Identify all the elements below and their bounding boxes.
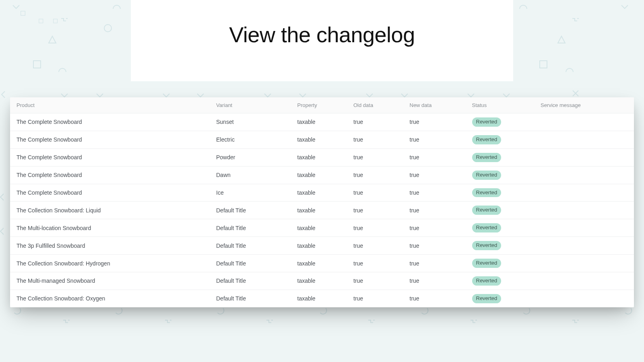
cell-status: Reverted bbox=[466, 184, 535, 202]
cell-status: Reverted bbox=[466, 166, 535, 184]
cell-product: The Complete Snowboard bbox=[10, 148, 210, 166]
cell-variant: Electric bbox=[210, 131, 291, 148]
cell-status: Reverted bbox=[466, 202, 535, 219]
changelog-table: Product Variant Property Old data New da… bbox=[10, 97, 634, 307]
cell-variant: Sunset bbox=[210, 113, 291, 131]
cell-old-data: true bbox=[347, 272, 403, 290]
cell-service-message bbox=[534, 113, 634, 131]
status-badge: Reverted bbox=[472, 153, 502, 162]
cell-variant: Default Title bbox=[210, 202, 291, 219]
cell-status: Reverted bbox=[466, 148, 535, 166]
cell-new-data: true bbox=[403, 219, 466, 237]
cell-new-data: true bbox=[403, 255, 466, 272]
cell-old-data: true bbox=[347, 131, 403, 148]
cell-new-data: true bbox=[403, 184, 466, 202]
table-header-row: Product Variant Property Old data New da… bbox=[10, 97, 634, 113]
status-badge: Reverted bbox=[472, 259, 502, 268]
cell-product: The 3p Fulfilled Snowboard bbox=[10, 237, 210, 255]
cell-variant: Default Title bbox=[210, 290, 291, 307]
status-badge: Reverted bbox=[472, 241, 502, 250]
cell-property: taxable bbox=[291, 255, 347, 272]
cell-old-data: true bbox=[347, 219, 403, 237]
col-header-property: Property bbox=[291, 97, 347, 113]
cell-new-data: true bbox=[403, 272, 466, 290]
cell-old-data: true bbox=[347, 184, 403, 202]
table-row[interactable]: The Complete SnowboardPowdertaxabletruet… bbox=[10, 148, 634, 166]
cell-service-message bbox=[534, 290, 634, 307]
cell-service-message bbox=[534, 166, 634, 184]
table-row[interactable]: The Complete SnowboardIcetaxabletruetrue… bbox=[10, 184, 634, 202]
col-header-status: Status bbox=[466, 97, 535, 113]
cell-property: taxable bbox=[291, 237, 347, 255]
cell-status: Reverted bbox=[466, 131, 535, 148]
cell-variant: Ice bbox=[210, 184, 291, 202]
cell-status: Reverted bbox=[466, 237, 535, 255]
cell-property: taxable bbox=[291, 113, 347, 131]
table-row[interactable]: The Collection Snowboard: OxygenDefault … bbox=[10, 290, 634, 307]
cell-status: Reverted bbox=[466, 113, 535, 131]
cell-new-data: true bbox=[403, 113, 466, 131]
cell-status: Reverted bbox=[466, 272, 535, 290]
cell-new-data: true bbox=[403, 131, 466, 148]
cell-new-data: true bbox=[403, 202, 466, 219]
cell-variant: Dawn bbox=[210, 166, 291, 184]
cell-property: taxable bbox=[291, 131, 347, 148]
changelog-table-card: Product Variant Property Old data New da… bbox=[10, 97, 634, 307]
cell-service-message bbox=[534, 255, 634, 272]
cell-service-message bbox=[534, 237, 634, 255]
status-badge: Reverted bbox=[472, 294, 502, 303]
cell-product: The Complete Snowboard bbox=[10, 131, 210, 148]
table-row[interactable]: The Complete SnowboardElectrictaxabletru… bbox=[10, 131, 634, 148]
status-badge: Reverted bbox=[472, 223, 502, 232]
cell-old-data: true bbox=[347, 148, 403, 166]
table-row[interactable]: The Multi-location SnowboardDefault Titl… bbox=[10, 219, 634, 237]
cell-variant: Powder bbox=[210, 148, 291, 166]
cell-status: Reverted bbox=[466, 219, 535, 237]
cell-service-message bbox=[534, 202, 634, 219]
table-row[interactable]: The Complete SnowboardDawntaxabletruetru… bbox=[10, 166, 634, 184]
cell-property: taxable bbox=[291, 184, 347, 202]
cell-new-data: true bbox=[403, 148, 466, 166]
cell-new-data: true bbox=[403, 237, 466, 255]
cell-service-message bbox=[534, 148, 634, 166]
col-header-old-data: Old data bbox=[347, 97, 403, 113]
cell-old-data: true bbox=[347, 113, 403, 131]
cell-old-data: true bbox=[347, 202, 403, 219]
cell-variant: Default Title bbox=[210, 219, 291, 237]
table-row[interactable]: The Complete SnowboardSunsettaxabletruet… bbox=[10, 113, 634, 131]
table-row[interactable]: The Collection Snowboard: HydrogenDefaul… bbox=[10, 255, 634, 272]
cell-variant: Default Title bbox=[210, 255, 291, 272]
cell-status: Reverted bbox=[466, 255, 535, 272]
col-header-product: Product bbox=[10, 97, 210, 113]
cell-product: The Multi-location Snowboard bbox=[10, 219, 210, 237]
cell-property: taxable bbox=[291, 290, 347, 307]
status-badge: Reverted bbox=[472, 171, 502, 180]
status-badge: Reverted bbox=[472, 276, 502, 286]
cell-service-message bbox=[534, 219, 634, 237]
cell-property: taxable bbox=[291, 166, 347, 184]
cell-product: The Collection Snowboard: Hydrogen bbox=[10, 255, 210, 272]
cell-old-data: true bbox=[347, 237, 403, 255]
table-row[interactable]: The Multi-managed SnowboardDefault Title… bbox=[10, 272, 634, 290]
cell-status: Reverted bbox=[466, 290, 535, 307]
table-row[interactable]: The 3p Fulfilled SnowboardDefault Titlet… bbox=[10, 237, 634, 255]
cell-old-data: true bbox=[347, 166, 403, 184]
cell-new-data: true bbox=[403, 290, 466, 307]
cell-product: The Complete Snowboard bbox=[10, 113, 210, 131]
status-badge: Reverted bbox=[472, 206, 502, 215]
table-row[interactable]: The Collection Snowboard: LiquidDefault … bbox=[10, 202, 634, 219]
status-badge: Reverted bbox=[472, 117, 502, 127]
status-badge: Reverted bbox=[472, 135, 502, 144]
status-badge: Reverted bbox=[472, 188, 502, 197]
col-header-service-message: Service message bbox=[534, 97, 634, 113]
cell-product: The Collection Snowboard: Liquid bbox=[10, 202, 210, 219]
cell-service-message bbox=[534, 272, 634, 290]
cell-variant: Default Title bbox=[210, 237, 291, 255]
cell-variant: Default Title bbox=[210, 272, 291, 290]
col-header-variant: Variant bbox=[210, 97, 291, 113]
cell-property: taxable bbox=[291, 148, 347, 166]
cell-property: taxable bbox=[291, 219, 347, 237]
cell-old-data: true bbox=[347, 255, 403, 272]
cell-property: taxable bbox=[291, 202, 347, 219]
cell-old-data: true bbox=[347, 290, 403, 307]
